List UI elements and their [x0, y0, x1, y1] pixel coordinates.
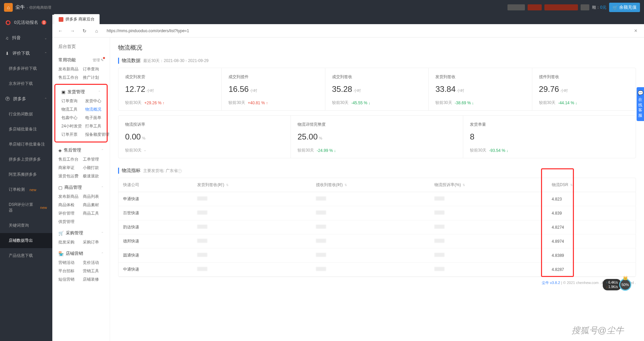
support-tab[interactable]: 💬在线客服 — [637, 87, 644, 121]
stats-row-1: 成交到发货12.72小时较前30天+29.26 % ↑成交到揽件16.56小时较… — [118, 68, 636, 111]
section-aftersale[interactable]: ◈ 售后管理⌃ — [52, 145, 110, 156]
section-purchase[interactable]: 🛒 采购管理⌃ — [52, 227, 110, 239]
menu-item[interactable]: 售后工作台 — [58, 157, 79, 162]
table-row: 中通快递4.8287 — [118, 263, 636, 277]
sidebar-douyin[interactable]: ♫ 抖音⌄ — [0, 30, 52, 46]
sidebar-review-download[interactable]: ⬇ 评价下载⌃ — [0, 46, 52, 61]
menu-item[interactable]: 店铺装修 — [83, 277, 104, 282]
menu-item[interactable]: 商品素材 — [83, 202, 104, 208]
menu-item[interactable]: 售后工作台 — [58, 75, 79, 80]
stat-value: 33.84小时 — [435, 84, 525, 94]
sidebar-ali[interactable]: 阿里系搬拼多多 — [0, 167, 52, 182]
menu-item[interactable]: 商家举证 — [58, 165, 79, 171]
section-goods[interactable]: ▢ 商品管理⌃ — [52, 182, 110, 193]
forward-button[interactable]: → — [67, 26, 78, 36]
company-cell: 韵达快递 — [118, 220, 193, 234]
blurred-info — [507, 4, 525, 10]
blurred-cell — [197, 239, 207, 243]
stat-label: 发货到签收 — [435, 74, 525, 80]
menu-item[interactable]: 退货包运费 — [58, 173, 79, 179]
menu-item-active[interactable]: 物流概况 — [85, 107, 109, 112]
sidebar-pdd[interactable]: Ⓟ 拼多多⌃ — [0, 91, 52, 107]
table-header[interactable]: 揽收到签收(时) ⇅ — [311, 178, 430, 192]
menu-item[interactable]: 营销活动 — [58, 260, 79, 266]
dsr-cell: 4.8287 — [547, 263, 636, 277]
menu-item[interactable]: 商品工具 — [83, 211, 104, 216]
stat-card: 成交到签收35.28小时较前30天-45.55 % ↓ — [325, 68, 429, 110]
menu-item[interactable]: 发布新商品 — [58, 66, 79, 72]
stat-card: 成交到发货12.72小时较前30天+29.26 % ↑ — [118, 68, 222, 110]
menu-item[interactable]: 工单管理 — [83, 157, 104, 162]
topbar: ⌂ 尘牛 - 你的电商助理 顺：0元 🛒余额充值 — [0, 0, 644, 15]
company-cell: 百世快递 — [118, 206, 193, 220]
admin-home-link[interactable]: 后台首页 — [52, 41, 110, 54]
menu-item[interactable]: 推广计划 — [83, 75, 104, 80]
menu-item[interactable]: 平台招标 — [58, 268, 79, 274]
close-button[interactable]: × — [630, 28, 641, 34]
menu-item[interactable]: 评价管理 — [58, 211, 79, 216]
chevron-icon: ⌃ — [101, 186, 104, 189]
sidebar-keyword[interactable]: 关键词查询 — [0, 218, 52, 233]
manage-link[interactable]: 管理 ✎ — [93, 58, 104, 63]
menu-item[interactable]: 物流工具 — [61, 107, 82, 112]
stat-label: 揽件到签收 — [539, 74, 629, 80]
blurred-cell — [434, 225, 444, 229]
table-header[interactable]: 快递公司 — [118, 178, 193, 192]
menu-item[interactable]: 订单查询 — [61, 98, 82, 104]
menu-item[interactable]: 批发采购 — [58, 239, 79, 245]
menu-item[interactable]: 电子面单 — [85, 115, 109, 121]
menu-item[interactable]: 订单查询 — [83, 66, 104, 72]
menu-item[interactable]: 商品体检 — [58, 202, 79, 208]
sidebar-dsr-calc[interactable]: DSR评分计算器new — [0, 197, 52, 218]
menu-item[interactable]: 极速退款 — [83, 173, 104, 179]
menu-item[interactable]: 短信营销 — [58, 277, 79, 282]
table-header[interactable]: 物流投诉率(%) ⇅ — [430, 178, 547, 192]
blurred-cell — [434, 267, 444, 271]
home-button[interactable]: ⌂ — [91, 26, 102, 36]
sidebar-single-note[interactable]: 单店铺订单批量备注 — [0, 137, 52, 152]
sidebar-upload[interactable]: 拼多多上货拼多多 — [0, 152, 52, 167]
menu-item[interactable]: 小额打款 — [83, 165, 104, 171]
sidebar-export[interactable]: 店铺数据导出 — [0, 233, 52, 248]
recharge-button[interactable]: 🛒余额充值 — [609, 3, 640, 12]
crown-icon: 👑 — [623, 276, 628, 280]
url-bar[interactable]: https://mms.pinduoduo.com/orders/list?ty… — [103, 27, 629, 35]
sidebar-pdd-review[interactable]: 拼多多评价下载 — [0, 61, 52, 76]
menu-item[interactable]: 包裹中心 — [61, 115, 82, 121]
dsr-cell: 4.8274 — [547, 220, 636, 234]
stat-value: 35.28小时 — [332, 84, 422, 94]
refresh-button[interactable]: ↻ — [79, 26, 90, 36]
menu-item[interactable]: 发货中心 — [85, 98, 109, 104]
help-icon[interactable]: ? — [178, 169, 182, 173]
table-header[interactable]: 物流DSR ⇅ — [547, 178, 636, 192]
sidebar-order-check[interactable]: 订单检测new — [0, 182, 52, 197]
menu-item[interactable]: 报备额度管理 — [85, 132, 109, 137]
section-common[interactable]: 常用功能 管理 ✎ — [52, 54, 110, 66]
shop-admin-sidebar: 后台首页 常用功能 管理 ✎ 发布新商品 订单查询 售后工作台 推广计划 ▣ 发… — [52, 38, 110, 341]
menu-item[interactable]: 订单开票 — [61, 132, 82, 137]
menu-item[interactable]: 发布新商品 — [58, 194, 79, 200]
table-header[interactable]: 发货到签收(时) ⇅ — [193, 178, 311, 192]
brand-subtitle: - 你的电商助理 — [27, 5, 51, 10]
sidebar-promo[interactable]: ⭕ 0元活动报名 0 — [0, 15, 52, 30]
sidebar-jd-review[interactable]: 京东评价下载 — [0, 76, 52, 91]
menu-item[interactable]: 商品列表 — [83, 194, 104, 200]
dsr-cell: 4.8389 — [547, 248, 636, 263]
chevron-icon: ⌃ — [101, 231, 104, 235]
section-shipping[interactable]: ▣ 发货管理⌃ — [55, 86, 107, 98]
browser-tab[interactable]: 拼多多 商家后台 — [54, 14, 100, 24]
menu-item[interactable]: 竞价活动 — [83, 260, 104, 266]
section-marketing[interactable]: 🏪 店铺营销⌃ — [52, 248, 110, 259]
back-button[interactable]: ← — [55, 26, 66, 36]
sidebar-hotword[interactable]: 行业热词数据 — [0, 107, 52, 122]
browser-nav: ← → ↻ ⌂ https://mms.pinduoduo.com/orders… — [52, 24, 644, 38]
speed-widget[interactable]: 6.4K/s1.9K/s 👑50% — [603, 279, 631, 291]
sidebar-product-dl[interactable]: 产品信息下载 — [0, 248, 52, 263]
menu-item[interactable]: 供货管理 — [58, 219, 79, 225]
menu-item[interactable]: 采购订单 — [83, 239, 104, 245]
menu-item[interactable]: 24小时发货 — [61, 123, 82, 129]
brand-name: 尘牛 — [15, 4, 25, 10]
menu-item[interactable]: 营销工具 — [83, 268, 104, 274]
menu-item[interactable]: 打单工具 — [85, 123, 109, 129]
sidebar-batch-note[interactable]: 多店铺批量备注 — [0, 122, 52, 137]
